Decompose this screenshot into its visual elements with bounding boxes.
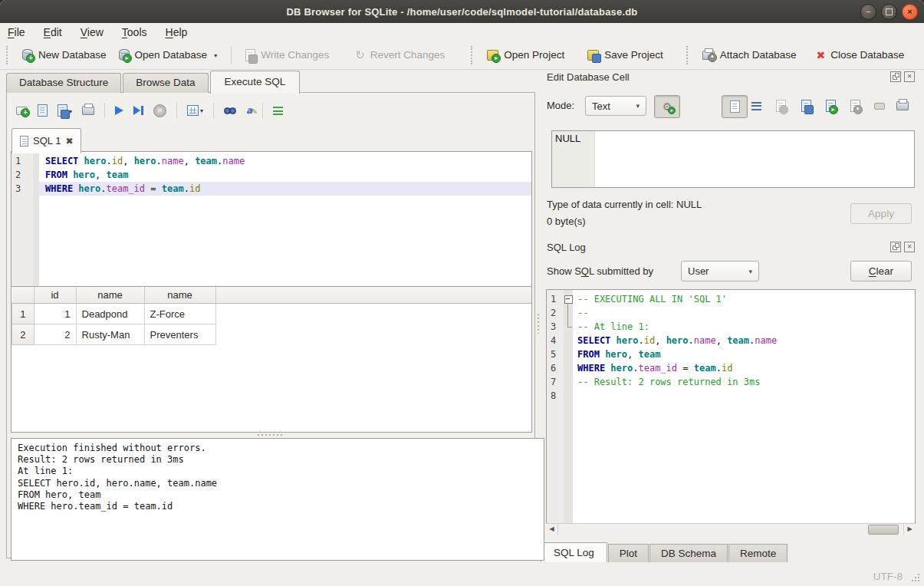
- float-dock-icon[interactable]: [890, 71, 901, 82]
- attach-database-icon: •: [702, 51, 715, 60]
- print-icon[interactable]: [82, 106, 94, 115]
- database-new-icon: +: [22, 49, 33, 61]
- toolbar-separator: [231, 46, 232, 64]
- save-project-icon: [587, 50, 599, 61]
- cell-value-editor[interactable]: NULL: [551, 130, 915, 188]
- new-sql-tab-icon[interactable]: +: [16, 107, 28, 115]
- main-toolbar: + New Database ▸ Open Database ▾ Write C…: [0, 41, 924, 70]
- log-horizontal-scrollbar[interactable]: ◀ ▶: [546, 523, 916, 535]
- scroll-right-icon[interactable]: ▶: [903, 524, 916, 535]
- execute-current-line-icon[interactable]: [133, 106, 143, 115]
- open-database-label: Open Database: [135, 49, 208, 61]
- sql-log-view[interactable]: 1-- EXECUTING ALL IN 'SQL 1'2--3-- At li…: [546, 289, 916, 535]
- print-icon[interactable]: [895, 98, 910, 114]
- execute-all-icon[interactable]: [115, 106, 123, 115]
- maximize-icon[interactable]: [881, 4, 897, 20]
- close-dock-icon[interactable]: ✕: [904, 242, 915, 252]
- toolbar-handle[interactable]: [6, 46, 12, 64]
- table-cell[interactable]: Preventers: [144, 324, 215, 345]
- menu-view[interactable]: View: [81, 26, 104, 38]
- open-project-button[interactable]: ▸ Open Project: [481, 46, 571, 64]
- new-database-button[interactable]: + New Database: [16, 46, 113, 64]
- save-sql-file-icon: [58, 104, 67, 117]
- title-bar[interactable]: DB Browser for SQLite - /home/user/code/…: [0, 0, 924, 24]
- database-open-icon: ▸: [119, 49, 130, 61]
- sql-tab-label: SQL 1: [33, 135, 61, 146]
- table-cell[interactable]: 2: [34, 324, 76, 345]
- close-icon[interactable]: ×: [902, 4, 918, 20]
- mode-combobox[interactable]: Text: [585, 96, 646, 116]
- float-dock-icon[interactable]: [890, 242, 901, 252]
- close-database-button[interactable]: ✖ Close Database: [811, 46, 911, 64]
- results-grid[interactable]: idnamename11DeadpondZ-Force22Rusty-ManPr…: [11, 286, 532, 433]
- save-project-button[interactable]: Save Project: [581, 46, 669, 64]
- sql-document-tab[interactable]: SQL 1 ✖: [12, 128, 81, 153]
- status-bar: UTF-8: [0, 562, 924, 586]
- open-database-button[interactable]: ▸ Open Database ▾: [113, 46, 224, 64]
- table-cell[interactable]: Rusty-Man: [76, 324, 144, 345]
- export-icon[interactable]: ▸: [823, 98, 838, 114]
- grid-corner[interactable]: [12, 287, 35, 304]
- code-line: 6WHERE hero.team_id = team.id: [547, 361, 915, 375]
- word-wrap-icon[interactable]: [748, 98, 764, 114]
- save-results-button[interactable]: ▾: [187, 105, 203, 116]
- row-header[interactable]: 2: [12, 324, 35, 345]
- tab-database-structure[interactable]: Database Structure: [6, 73, 121, 93]
- column-header[interactable]: id: [34, 287, 76, 304]
- apply-settings-button[interactable]: ⚙▸: [654, 95, 680, 118]
- column-header[interactable]: name: [144, 287, 215, 304]
- clear-log-button[interactable]: Clear: [850, 261, 912, 281]
- tab-execute-sql[interactable]: Execute SQL: [210, 71, 301, 94]
- edit-cell-dock-buttons: ✕: [890, 71, 915, 82]
- scrollbar-thumb[interactable]: [868, 525, 899, 535]
- close-sql-tab-icon[interactable]: ✖: [65, 136, 73, 146]
- import-icon[interactable]: [798, 98, 814, 114]
- column-header[interactable]: name: [76, 287, 144, 304]
- tab-browse-data[interactable]: Browse Data: [123, 73, 208, 93]
- scroll-left-icon[interactable]: ◀: [546, 524, 558, 535]
- sql-document-icon: [20, 136, 28, 146]
- find-icon[interactable]: [224, 106, 236, 115]
- splitter-handle[interactable]: [7, 433, 534, 437]
- encoding-indicator: UTF-8: [873, 571, 903, 582]
- menu-help[interactable]: Help: [166, 26, 188, 38]
- set-null-icon: [872, 98, 887, 114]
- save-results-dropdown-icon[interactable]: ▾: [200, 107, 203, 116]
- close-dock-icon[interactable]: ✕: [904, 71, 915, 82]
- dock-tab-db-schema[interactable]: DB Schema: [649, 544, 728, 564]
- cell-value: NULL: [552, 131, 595, 187]
- dock-tab-remote[interactable]: Remote: [728, 544, 788, 564]
- revert-changes-icon: ↻: [355, 49, 365, 61]
- open-database-dropdown-icon[interactable]: ▾: [214, 52, 217, 61]
- table-cell[interactable]: Deadpond: [76, 304, 144, 324]
- dock-tab-sql-log[interactable]: SQL Log: [541, 542, 607, 564]
- table-cell[interactable]: Z-Force: [144, 304, 215, 324]
- word-wrap-icon[interactable]: [273, 107, 283, 115]
- toolbar-handle[interactable]: [471, 46, 476, 64]
- cell-size-info: 0 byte(s): [547, 216, 586, 227]
- attach-database-button[interactable]: • Attach Database: [696, 46, 803, 64]
- text-document-icon: [730, 100, 740, 113]
- menu-tools[interactable]: Tools: [122, 26, 147, 38]
- toolbar-handle[interactable]: [686, 46, 692, 64]
- row-header[interactable]: 1: [12, 304, 35, 324]
- log-filter-combobox[interactable]: User: [681, 261, 759, 281]
- menu-edit[interactable]: Edit: [44, 26, 62, 38]
- table-cell[interactable]: 1: [34, 304, 76, 324]
- format-sql-icon[interactable]: a✎: [246, 105, 252, 116]
- menu-file[interactable]: File: [8, 26, 25, 38]
- clear-button-label: Clear: [869, 265, 893, 277]
- fold-collapse-icon[interactable]: [564, 295, 573, 304]
- link-icon[interactable]: •: [847, 98, 863, 114]
- text-mode-button[interactable]: [722, 95, 748, 118]
- sql-editor[interactable]: 1SELECT hero.id, hero.name, team.name2FR…: [11, 151, 532, 287]
- resize-grip-icon[interactable]: [911, 573, 920, 582]
- minimize-icon[interactable]: −: [860, 4, 876, 20]
- dock-tab-plot[interactable]: Plot: [608, 544, 649, 564]
- save-sql-file-button[interactable]: ▾: [58, 104, 72, 117]
- line-number: 1: [547, 292, 564, 306]
- code-line: 4SELECT hero.id, hero.name, team.name: [547, 334, 915, 347]
- close-database-icon: ✖: [817, 50, 826, 61]
- open-sql-file-icon[interactable]: [38, 104, 48, 117]
- row-filler: [215, 304, 531, 324]
